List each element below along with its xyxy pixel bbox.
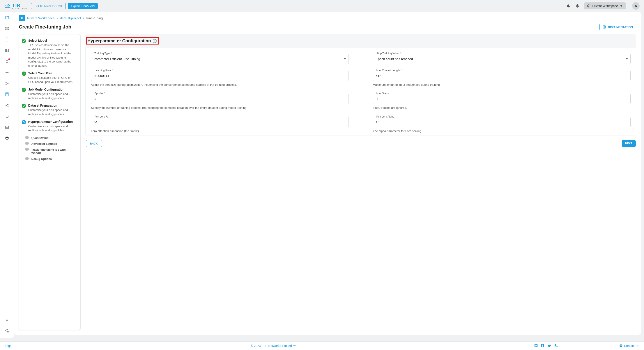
svg-point-8 — [6, 72, 8, 73]
step-select-plan[interactable]: ✓ Select Your Plan Choose a suitable pla… — [21, 71, 77, 87]
epochs-help: Specify the number of training epochs, r… — [91, 106, 349, 110]
svg-point-18 — [6, 320, 8, 321]
rail-globe-icon[interactable] — [3, 327, 11, 335]
breadcrumb: Private Workspace › default-project › Fi… — [14, 12, 641, 23]
chevron-right-icon — [20, 17, 24, 20]
rail-table-icon[interactable] — [3, 47, 11, 54]
svg-point-11 — [8, 83, 8, 84]
svg-rect-2 — [6, 27, 6, 28]
rail-document-icon[interactable] — [3, 36, 11, 43]
svg-rect-3 — [7, 27, 8, 28]
lora-alpha-help: The alpha parameter for Lora scaling. — [373, 129, 631, 133]
sidebar-rail — [0, 12, 14, 338]
max-steps-help: If set, epochs are ignored. — [373, 106, 631, 110]
lora-r-input[interactable] — [91, 117, 349, 127]
field-epochs: Epochs * Specify the number of training … — [91, 94, 349, 110]
step-dataset-prep[interactable]: ✓ Dataset Preparation Customize your dis… — [21, 103, 77, 119]
check-icon: ✓ — [22, 88, 26, 92]
step-hyperparam[interactable]: 5 Hyperparameter Configuration Customize… — [21, 119, 77, 135]
field-max-steps: Max Steps If set, epochs are ignored. — [373, 94, 631, 110]
substep-debug[interactable]: Debug Options — [21, 156, 77, 162]
explore-genai-button[interactable]: Explore GenAI API — [68, 3, 98, 9]
rail-dashboard-icon[interactable] — [3, 25, 11, 33]
step-number-icon: 5 — [22, 120, 26, 124]
substep-wandb[interactable]: Track Finetuning job with WandB — [21, 147, 77, 156]
training-type-select[interactable]: Parameter-Efficient Fine-Tuning — [91, 54, 349, 64]
rail-pipeline-icon[interactable] — [3, 79, 11, 87]
check-icon: ✓ — [22, 104, 26, 108]
back-button[interactable]: BACK — [86, 140, 102, 147]
avatar[interactable]: A — [632, 2, 640, 10]
logo[interactable]: TIR AI PLATFORM — [4, 3, 27, 9]
max-context-help: Maximum length of input sequences during… — [373, 83, 631, 87]
rail-model-icon[interactable] — [3, 68, 11, 76]
breadcrumb-current: Fine-tuning — [86, 16, 103, 20]
learning-rate-input[interactable] — [91, 71, 349, 81]
svg-rect-4 — [6, 29, 6, 30]
rail-deploy-icon[interactable] — [3, 57, 11, 65]
form-heading-highlight: Hyperparameter Configuration ? — [86, 37, 159, 45]
svg-point-15 — [8, 104, 8, 105]
svg-point-14 — [6, 105, 6, 106]
main-panel: Private Workspace › default-project › Fi… — [14, 12, 641, 335]
lora-r-help: Lora attention dimension (the "rank"). — [91, 129, 349, 133]
max-steps-input[interactable] — [373, 94, 631, 104]
check-icon: ✓ — [22, 39, 26, 43]
workspace-icon — [587, 4, 590, 8]
breadcrumb-project[interactable]: default-project — [60, 16, 81, 20]
logo-text: TIR — [12, 3, 27, 8]
doc-icon — [602, 25, 606, 29]
svg-point-16 — [8, 106, 8, 107]
rail-share-icon[interactable] — [3, 101, 11, 109]
documentation-button[interactable]: DOCUMENTATION — [599, 24, 636, 30]
step-job-config[interactable]: ✓ Job Model Configuration Customize your… — [21, 87, 77, 103]
chevron-down-icon — [344, 58, 346, 59]
svg-rect-0 — [7, 5, 8, 7]
notification-bell-icon[interactable] — [574, 3, 580, 9]
form-panel: Hyperparameter Configuration ? Training … — [86, 34, 636, 330]
cloud-icon — [4, 4, 11, 8]
breadcrumb-toggle[interactable] — [19, 15, 25, 21]
svg-point-10 — [6, 84, 6, 85]
substep-advanced[interactable]: Advanced Settings — [21, 141, 77, 147]
rail-folder-icon[interactable] — [3, 14, 11, 22]
workspace-selector[interactable]: Private Workspace ▼ — [584, 3, 626, 10]
rail-code-icon[interactable] — [3, 123, 11, 131]
max-context-input[interactable] — [373, 71, 631, 81]
next-button[interactable]: NEXT — [622, 140, 636, 147]
dark-mode-icon[interactable] — [566, 3, 572, 9]
page-title: Create Fine-tuning Job — [19, 24, 72, 30]
learning-rate-help: Adjust the step size during optimization… — [91, 83, 349, 87]
svg-point-19 — [6, 329, 8, 332]
svg-rect-12 — [5, 93, 8, 96]
field-stop-when: Stop Training When * Epoch count has rea… — [373, 54, 631, 64]
substep-quantization[interactable]: Quantization — [21, 135, 77, 141]
help-icon[interactable]: ? — [153, 39, 156, 43]
dot-icon — [25, 157, 29, 160]
field-lora-r: Peft Lora R Lora attention dimension (th… — [91, 117, 349, 133]
rail-settings-icon[interactable] — [3, 316, 11, 324]
step-select-model[interactable]: ✓ Select Model TIR uses containers to se… — [21, 38, 77, 71]
field-max-context: Max Context Length * Maximum length of i… — [373, 71, 631, 87]
rail-cube-icon[interactable] — [3, 134, 11, 142]
form-heading: Hyperparameter Configuration — [88, 38, 151, 43]
dot-icon — [25, 148, 29, 151]
workspace-label: Private Workspace — [592, 4, 618, 8]
breadcrumb-workspace[interactable]: Private Workspace — [27, 16, 55, 20]
rail-sync-icon[interactable] — [3, 112, 11, 120]
stop-when-select[interactable]: Epoch count has reached — [373, 54, 631, 64]
lora-alpha-input[interactable] — [373, 117, 631, 127]
go-to-myaccount-button[interactable]: GO TO MYACCOUNT — [31, 3, 66, 9]
rail-finetune-icon[interactable] — [3, 90, 11, 98]
chevron-down-icon — [626, 58, 628, 59]
svg-rect-6 — [6, 49, 8, 52]
svg-point-9 — [6, 82, 6, 83]
svg-rect-5 — [7, 29, 8, 30]
check-icon: ✓ — [22, 72, 26, 76]
dot-icon — [25, 142, 29, 145]
topbar: TIR AI PLATFORM GO TO MYACCOUNT Explore … — [0, 0, 644, 12]
field-learning-rate: Learning Rate * Adjust the step size dur… — [91, 71, 349, 87]
epochs-input[interactable] — [91, 94, 349, 104]
stepper-panel: ✓ Select Model TIR uses containers to se… — [19, 34, 80, 330]
logo-subtext: AI PLATFORM — [12, 8, 27, 9]
